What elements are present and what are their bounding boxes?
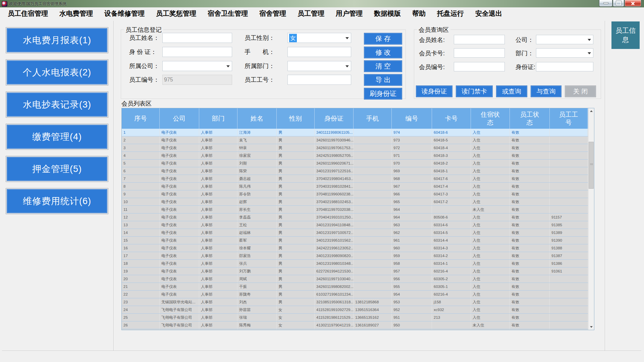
scroll-thumb[interactable] [589, 142, 594, 189]
table-header-cell[interactable]: 序号 [122, 108, 160, 129]
table-row[interactable]: 7电子仪表人事部聂志超男3704021998041453...96860417-… [122, 175, 594, 183]
menu-item[interactable]: 宿舍卫生管理 [202, 9, 254, 18]
table-cell: 60314-1 [432, 260, 471, 267]
table-row[interactable]: 16电子仪表人事部徐本耀男3424221996123052...96060314… [122, 244, 594, 252]
query-id-card-input[interactable] [536, 62, 593, 71]
table-row[interactable]: 5电子仪表人事部刘斯男3426011996020671...97060418-2… [122, 160, 594, 167]
menu-item[interactable]: 托盘运行 [431, 9, 470, 18]
company-select[interactable] [162, 61, 232, 71]
menu-item[interactable]: 数据模版 [368, 9, 407, 18]
table-cell [550, 152, 588, 159]
menu-item[interactable]: 帮助 [407, 9, 431, 18]
sidebar-button[interactable]: 缴费管理(4) [7, 125, 107, 149]
table-row[interactable]: 1电子仪表人事部江海涛男3401111998061105...97460418-… [122, 129, 594, 136]
and-query-button[interactable]: 与查询 [531, 85, 561, 97]
maximize-button[interactable] [613, 0, 624, 7]
table-row[interactable]: 2电子仪表人事部袁飞男3426011997030946...97360418-5… [122, 136, 594, 144]
menu-item[interactable]: 用户管理 [330, 9, 368, 18]
scroll-down-button[interactable] [588, 324, 594, 330]
menu-item[interactable]: 员工住宿管理 [2, 9, 54, 18]
table-cell: 入住 [471, 283, 510, 290]
table-header-cell[interactable]: 公司 [160, 108, 199, 129]
member-name-label: 会员姓名: [419, 35, 445, 45]
table-row[interactable]: 4电子仪表人事部徐家宸男3424251998052705...97160418-… [122, 152, 594, 160]
table-header-cell[interactable]: 手机 [354, 108, 392, 129]
table-row[interactable]: 19电子仪表人事部刘万鹏男6227261994121530...95760216… [122, 267, 594, 275]
save-button[interactable]: 保 存 [364, 33, 402, 45]
query-company-select[interactable] [536, 35, 593, 44]
gender-select[interactable]: 女 [287, 33, 351, 43]
table-header-cell[interactable]: 住宿状 态 [471, 108, 510, 129]
table-row[interactable]: 14电子仪表人事部赵福林男3401231997100572...96260314… [122, 229, 594, 237]
table-row[interactable]: 6电子仪表人事部陈荣男3401231997122516...96960418-1… [122, 167, 594, 175]
menu-item[interactable]: 安全退出 [470, 9, 508, 18]
table-row[interactable]: 10电子仪表人事部赵辉男3704021988102453...96560417-… [122, 198, 594, 206]
table-header-cell[interactable]: 身份证 [315, 108, 354, 129]
table-cell: 陈凡伟 [237, 183, 277, 190]
table-cell: 60305-1 [432, 283, 471, 290]
menu-item[interactable]: 员工奖惩管理 [150, 9, 202, 18]
id-card-input[interactable] [162, 47, 232, 57]
member-name-input[interactable] [454, 35, 505, 44]
table-header-cell[interactable]: 姓名 [237, 108, 277, 129]
minimize-button[interactable] [599, 0, 612, 7]
table-row[interactable]: 8电子仪表人事部陈凡伟男3704031998102841...96760417-… [122, 183, 594, 190]
table-header-cell[interactable]: 员工工 号 [550, 108, 588, 129]
read-id-card-button[interactable]: 读身份证 [416, 85, 452, 97]
scroll-up-button[interactable] [588, 108, 594, 114]
table-cell: 91389 [550, 229, 588, 236]
table-row[interactable]: 22电子仪表人事部苏陇奇男6103271996101234...95460216… [122, 291, 594, 298]
menu-item[interactable]: 水电费管理 [54, 9, 99, 18]
member-no-input[interactable] [454, 62, 505, 71]
table-cell: 人事部 [199, 237, 237, 244]
table-row[interactable]: 15电子仪表人事部蔡军男3401231995101562...96160314-… [122, 237, 594, 244]
table-row[interactable]: 26飞翎电子有限公司人事部陈秀梅女4130211979041219...1361… [122, 321, 594, 329]
close-button[interactable] [625, 0, 641, 7]
phone-input[interactable] [287, 47, 351, 57]
table-header-cell[interactable]: 部门 [199, 108, 237, 129]
menu-item[interactable]: 宿舍管理 [254, 9, 292, 18]
table-row[interactable]: 24飞翎电子有限公司人事部孙苗苗女4115281991092729...1395… [122, 306, 594, 314]
department-select[interactable] [287, 61, 351, 71]
table-row[interactable]: 17电子仪表人事部邵家浩男3401231998090820...95960314… [122, 252, 594, 260]
table-row[interactable]: 12电子仪表人事部李磊磊男3704041993101250...96480508… [122, 214, 594, 221]
table-cell: 无锡国联华光电站... [160, 298, 199, 306]
work-no-input[interactable] [287, 75, 351, 85]
sidebar-button[interactable]: 个人水电报表(2) [7, 60, 107, 84]
table-row[interactable]: 13电子仪表人事部王松男3401231994110848...96360314-… [122, 221, 594, 229]
or-query-button[interactable]: 或查询 [496, 85, 527, 97]
query-department-select[interactable] [536, 48, 593, 58]
menu-item[interactable]: 员工管理 [292, 9, 330, 18]
table-row[interactable]: 18电子仪表人事部张兵男3401231998010348...95860314-… [122, 260, 594, 267]
clear-button[interactable]: 清 空 [364, 60, 402, 72]
table-row[interactable]: 21电子仪表人事部干振男3426011998082002...95560305-… [122, 283, 594, 291]
table-row[interactable]: 20电子仪表人事部周斌男3426011997103040...95660305-… [122, 275, 594, 283]
table-cell: 3401231998090820... [315, 252, 354, 259]
table-cell [354, 136, 392, 144]
menu-item[interactable]: 设备维修管理 [99, 9, 150, 18]
table-header-cell[interactable]: 编号 [392, 108, 432, 129]
employee-info-tab[interactable]: 员工信息 [611, 21, 640, 49]
close-button[interactable]: 关 闭 [565, 85, 596, 97]
table-row[interactable]: 3电子仪表人事部钟泉男3426011997061753...97260418-4… [122, 144, 594, 152]
table-header-cell[interactable]: 性别 [277, 108, 315, 129]
sidebar-button[interactable]: 押金管理(5) [7, 157, 107, 181]
table-cell: 213 [432, 314, 471, 321]
modify-button[interactable]: 修 改 [364, 47, 402, 58]
member-card-input[interactable] [454, 48, 505, 58]
table-row[interactable]: 23无锡国联华光电站...人事部刘杰男3210851959061318...13… [122, 298, 594, 306]
sidebar-button[interactable]: 水电抄表记录(3) [7, 93, 107, 117]
table-header-cell[interactable]: 员工状 态 [510, 108, 550, 129]
table-cell: 951 [392, 314, 432, 321]
sidebar-button[interactable]: 维修费用统计(6) [7, 189, 107, 213]
read-access-card-button[interactable]: 读门禁卡 [456, 85, 493, 97]
table-scrollbar[interactable] [588, 108, 594, 330]
swipe-id-card-button[interactable]: 刷身份证 [364, 88, 402, 100]
table-row[interactable]: 25飞翎电子有限公司人事部张瑞女4115281986121529...13665… [122, 314, 594, 321]
table-row[interactable]: 11电子仪表人事部苏长生男3704811997032038...964未入住有效 [122, 206, 594, 214]
sidebar-button[interactable]: 水电费月报表(1) [7, 28, 107, 52]
export-button[interactable]: 导 出 [364, 74, 402, 86]
employee-name-input[interactable] [162, 33, 232, 43]
table-header-cell[interactable]: 卡号 [432, 108, 471, 129]
table-row[interactable]: 9电子仪表人事部苏令防男3704811996060238...96660417-… [122, 190, 594, 198]
